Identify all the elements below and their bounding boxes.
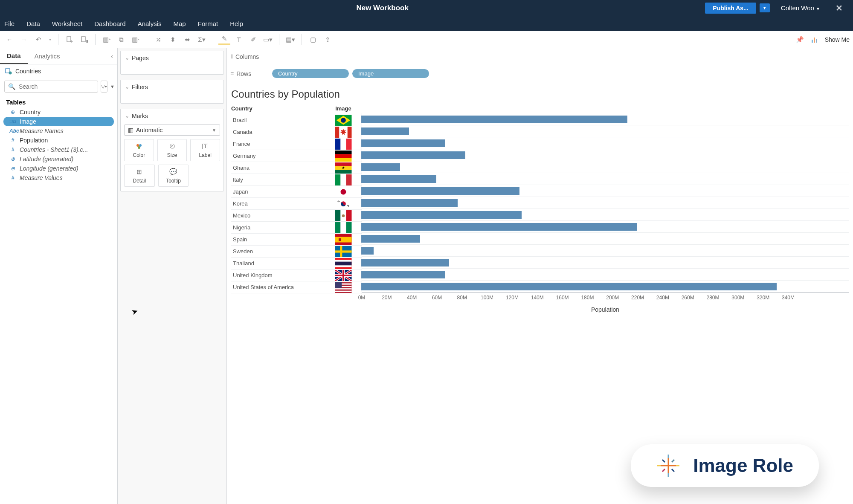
view-icon[interactable]: ▤▾ [284, 34, 296, 46]
bar-united-states-of-america[interactable] [362, 281, 849, 293]
field-image[interactable]: =⧉Image [3, 117, 114, 126]
pages-card[interactable]: Pages [120, 51, 224, 75]
bar-japan[interactable] [362, 185, 849, 197]
table-row[interactable]: United Kingdom [231, 269, 325, 281]
table-row[interactable]: Brazil [231, 114, 325, 126]
table-row[interactable]: Korea [231, 198, 325, 210]
flag-de[interactable] [325, 150, 362, 162]
bar-canada[interactable] [362, 125, 849, 137]
table-row[interactable]: Ghana [231, 162, 325, 174]
bar-spain[interactable] [362, 233, 849, 245]
flag-es[interactable] [325, 234, 362, 246]
flag-br[interactable] [325, 114, 362, 126]
showme-icon[interactable] [809, 34, 821, 46]
menu-file[interactable]: File [0, 20, 20, 27]
flag-ng[interactable] [325, 222, 362, 234]
flag-it[interactable] [325, 174, 362, 186]
undo-dropdown-icon[interactable]: ▾ [47, 34, 53, 46]
undo-icon[interactable]: ↶ [32, 34, 44, 46]
bar-germany[interactable] [362, 149, 849, 161]
sort-asc-icon[interactable]: ⬍ [167, 34, 179, 46]
bar-italy[interactable] [362, 173, 849, 185]
table-row[interactable]: Mexico [231, 210, 325, 222]
columns-shelf[interactable]: ⦀Columns SUM(Population) [227, 48, 853, 65]
flag-gb[interactable] [325, 269, 362, 281]
flag-ca[interactable] [325, 126, 362, 138]
menu-dashboard[interactable]: Dashboard [88, 20, 131, 27]
pin-icon[interactable]: 📌 [794, 34, 806, 46]
flag-se[interactable] [325, 246, 362, 258]
table-row[interactable]: Italy [231, 174, 325, 186]
table-row[interactable]: United States of America [231, 281, 325, 293]
datasource-item[interactable]: Countries [0, 64, 117, 78]
table-row[interactable]: Nigeria [231, 222, 325, 234]
rows-shelf[interactable]: ≡Rows CountryImage [227, 65, 853, 82]
menu-help[interactable]: Help [224, 20, 249, 27]
sort-desc-icon[interactable]: ⬌ [181, 34, 193, 46]
pill-country[interactable]: Country [272, 69, 349, 78]
pill-image[interactable]: Image [352, 69, 429, 78]
bar-ghana[interactable] [362, 161, 849, 173]
sheet-title[interactable]: Countries by Population [231, 88, 849, 100]
tab-data[interactable]: Data [0, 48, 28, 64]
swap-icon[interactable]: ⤭ [152, 34, 164, 46]
show-me-button[interactable]: Show Me [825, 36, 850, 43]
bar-mexico[interactable] [362, 209, 849, 221]
clear-icon[interactable]: ▥× [130, 34, 142, 46]
table-row[interactable]: Japan [231, 186, 325, 198]
publish-as-button[interactable]: Publish As... [705, 3, 756, 14]
menu-format[interactable]: Format [192, 20, 224, 27]
bar-thailand[interactable] [362, 257, 849, 269]
collapse-pane-icon[interactable]: ‹ [107, 48, 117, 64]
table-row[interactable]: Spain [231, 234, 325, 246]
menu-worksheet[interactable]: Worksheet [46, 20, 88, 27]
flag-mx[interactable] [325, 210, 362, 222]
bar-nigeria[interactable] [362, 221, 849, 233]
search-options-button[interactable]: ▼ [110, 81, 115, 93]
totals-icon[interactable]: Σ▾ [196, 34, 208, 46]
field-population[interactable]: #Population [3, 136, 114, 145]
flag-kr[interactable] [325, 198, 362, 210]
search-input[interactable]: 🔍 [4, 81, 98, 93]
field-countries-sheet1-3-c-[interactable]: #Countries - Sheet1 (3).c... [3, 145, 114, 154]
marks-tooltip-button[interactable]: 💬Tooltip [158, 165, 189, 187]
search-filter-button[interactable]: ▽▾ [101, 81, 107, 93]
table-row[interactable]: Sweden [231, 246, 325, 258]
bar-brazil[interactable] [362, 113, 849, 125]
forward-icon[interactable]: → [18, 34, 30, 46]
flag-fr[interactable] [325, 138, 362, 150]
back-icon[interactable]: ← [3, 34, 15, 46]
format-icon[interactable]: ✐ [247, 34, 259, 46]
publish-dropdown-button[interactable]: ▼ [760, 3, 770, 12]
tab-analytics[interactable]: Analytics [28, 48, 67, 64]
field-longitude-generated-[interactable]: ⊕Longitude (generated) [3, 164, 114, 173]
marks-size-button[interactable]: ⦾Size [157, 139, 187, 161]
field-latitude-generated-[interactable]: ⊕Latitude (generated) [3, 154, 114, 164]
pill-sum-population-[interactable]: SUM(Population) [272, 52, 349, 61]
flag-us[interactable] [325, 281, 362, 293]
table-row[interactable]: Thailand [231, 258, 325, 269]
field-measure-values[interactable]: #Measure Values [3, 173, 114, 182]
fit-icon[interactable]: ▭▾ [262, 34, 274, 46]
menu-analysis[interactable]: Analysis [132, 20, 168, 27]
table-row[interactable]: Germany [231, 150, 325, 162]
flag-th[interactable] [325, 258, 362, 269]
field-country[interactable]: ⊕Country [3, 107, 114, 117]
highlight-icon[interactable]: ✎ [218, 35, 230, 45]
table-row[interactable]: Canada [231, 126, 325, 138]
menu-data[interactable]: Data [20, 20, 46, 27]
presentation-icon[interactable]: ▢ [307, 34, 319, 46]
table-row[interactable]: France [231, 138, 325, 150]
user-menu[interactable]: Colten Woo ▼ [773, 4, 828, 12]
flag-gh[interactable] [325, 162, 362, 174]
bar-sweden[interactable] [362, 245, 849, 257]
bar-united-kingdom[interactable] [362, 269, 849, 281]
label-icon[interactable]: T [233, 34, 245, 46]
marks-color-button[interactable]: Color [124, 139, 154, 161]
marks-detail-button[interactable]: ⊞Detail [124, 165, 155, 187]
bar-korea[interactable] [362, 197, 849, 209]
share-icon[interactable]: ⇪ [322, 34, 334, 46]
field-measure-names[interactable]: AbcMeasure Names [3, 126, 114, 136]
flag-jp[interactable] [325, 186, 362, 198]
filters-card[interactable]: Filters [120, 80, 224, 104]
